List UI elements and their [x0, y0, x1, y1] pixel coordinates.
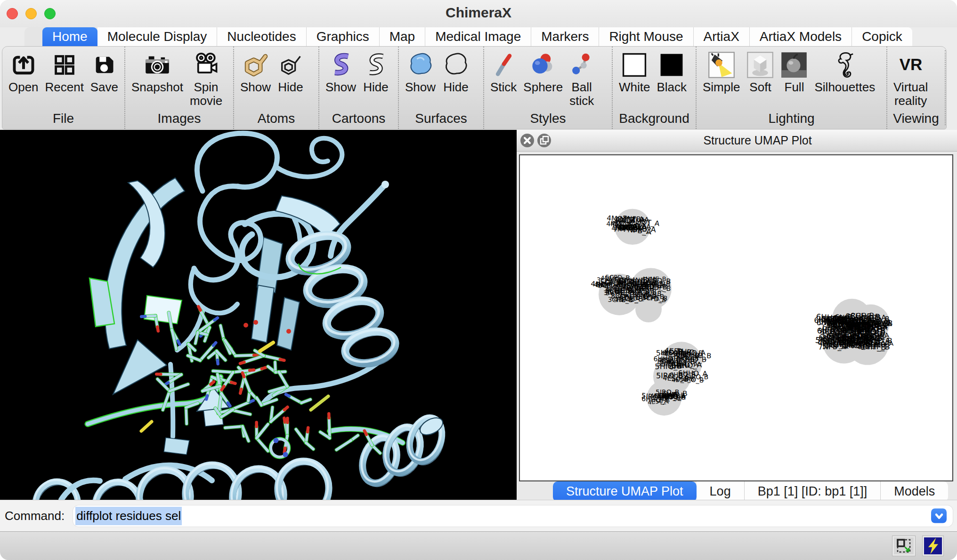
- toolbar-button-spin-movie[interactable]: Spin movie: [187, 49, 226, 108]
- snapshot-icon: [144, 50, 170, 80]
- toolbar-button-show[interactable]: Show: [237, 49, 274, 95]
- toolbar-button-hide[interactable]: Hide: [359, 49, 392, 95]
- toolbar-button-label: Save: [90, 80, 118, 94]
- toolbar-group-label: Cartoons: [322, 111, 395, 127]
- umap-plot-area: 7NFB_A4MQT_A4MQZ_A7NFB_A4MQT_A4MQZ_A7NFB…: [517, 152, 957, 481]
- cluster-b[interactable]: 8CHF_B3CHE_B5CPD_B4NME_B4ND3_B8CHF_B3CHE…: [590, 268, 672, 322]
- simple-light-icon: [708, 50, 735, 80]
- float-icon: [537, 134, 551, 147]
- panel-tab-bp1-1-id-bp1-1[interactable]: Bp1 [1] [ID: bp1 [1]]: [745, 481, 881, 502]
- toolbar-button-label: Full: [785, 80, 804, 94]
- toolbar-button-silhouettes[interactable]: Silhouettes: [811, 49, 878, 95]
- cluster-right[interactable]: 7NFB_A8CHF_B5CPD_B6HHO_A4MQT_A5IRO_B7NFB…: [814, 299, 894, 365]
- sphere-icon: [529, 50, 557, 80]
- toolbar-group-label: Images: [128, 111, 230, 127]
- tab-right-mouse[interactable]: Right Mouse: [599, 27, 693, 46]
- tab-molecule-display[interactable]: Molecule Display: [97, 27, 218, 46]
- ribbon-tab-bar: HomeMolecule DisplayNucleotidesGraphicsM…: [0, 27, 957, 46]
- toolbar-button-recent[interactable]: Recent: [42, 49, 87, 95]
- tab-nucleotides[interactable]: Nucleotides: [217, 27, 306, 46]
- toolbar-group-styles: StickSphereBall stickStyles: [483, 47, 612, 129]
- tab-home[interactable]: Home: [42, 27, 97, 46]
- close-icon: [520, 134, 534, 147]
- cluster-c[interactable]: 6HHO_A5HIO_B4E50_B5IRO_B6HHO_A5HIO_B4E50…: [641, 342, 712, 416]
- toolbar-group-label: Lighting: [699, 111, 884, 127]
- toolbar-group-file: OpenRecentSaveFile: [2, 47, 124, 129]
- toolbar-button-label: Recent: [45, 80, 83, 94]
- tab-markers[interactable]: Markers: [531, 27, 599, 46]
- toolbar-group-cartoons: ShowHideCartoons: [318, 47, 398, 129]
- toolbar-button-label: Sphere: [523, 80, 563, 94]
- svg-text:5IRO_B: 5IRO_B: [656, 388, 679, 396]
- toolbar-button-label: White: [619, 80, 650, 94]
- cluster-a[interactable]: 7NFB_A4MQT_A4MQZ_A7NFB_A4MQT_A4MQZ_A7NFB…: [606, 209, 660, 245]
- toolbar-group-viewing: VRVirtual realityViewing: [886, 47, 945, 129]
- tab-map[interactable]: Map: [380, 27, 425, 46]
- toolbar-ribbon: OpenRecentSaveFileSnapshotSpin movieImag…: [0, 46, 957, 130]
- status-bar: [0, 531, 957, 560]
- toolbar-button-black[interactable]: Black: [653, 49, 690, 95]
- panel-tab-structure-umap-plot[interactable]: Structure UMAP Plot: [553, 481, 697, 502]
- panel-tab-log[interactable]: Log: [697, 481, 745, 502]
- toolbar-button-hide[interactable]: Hide: [274, 49, 307, 95]
- toolbar-button-virtual-reality[interactable]: VRVirtual reality: [890, 49, 931, 108]
- toolbar-button-hide[interactable]: Hide: [439, 49, 473, 95]
- toolbar-button-show[interactable]: Show: [322, 49, 359, 95]
- umap-panel-header: Structure UMAP Plot: [517, 130, 957, 152]
- command-text: diffplot residues sel: [75, 507, 182, 525]
- recent-icon: [52, 50, 77, 80]
- toolbar-button-white[interactable]: White: [616, 49, 653, 95]
- toolbar-button-sphere[interactable]: Sphere: [520, 49, 566, 95]
- toolbar-group-label: Background: [616, 111, 693, 127]
- tab-artiax-models[interactable]: ArtiaX Models: [750, 27, 852, 46]
- toolbar-group-label: Surfaces: [402, 111, 480, 127]
- open-icon: [11, 50, 36, 80]
- svg-text:7NFB_A: 7NFB_A: [618, 223, 647, 232]
- black-bg-icon: [658, 50, 685, 80]
- panel-tab-models[interactable]: Models: [881, 481, 948, 502]
- toolbar-group-label: Styles: [487, 111, 609, 127]
- toolbar-button-label: Show: [405, 80, 436, 94]
- select-zone-button[interactable]: [892, 536, 916, 556]
- toolbar-button-label: Spin movie: [190, 80, 222, 107]
- svg-text:5IRO_B: 5IRO_B: [656, 371, 683, 381]
- toolbar-button-label: Snapshot: [131, 80, 183, 94]
- toolbar-group-lighting: SimpleSoftFullSilhouettesLighting: [696, 47, 886, 129]
- tab-copick[interactable]: Copick: [852, 27, 912, 46]
- lightning-icon: [923, 536, 943, 556]
- toolbar-group-label: Viewing: [890, 111, 942, 127]
- toolbar-button-label: Soft: [749, 80, 771, 94]
- atoms-show-icon: [243, 50, 269, 80]
- toolbar-button-full[interactable]: Full: [777, 49, 811, 95]
- command-history-button[interactable]: [931, 509, 947, 523]
- panel-float-button[interactable]: [537, 134, 551, 147]
- toolbar-button-label: Silhouettes: [814, 80, 875, 94]
- toolbar-button-label: Stick: [490, 80, 517, 94]
- toolbar-button-open[interactable]: Open: [5, 49, 42, 95]
- surfaces-hide-icon: [442, 50, 470, 80]
- fast-rendering-button[interactable]: [922, 536, 944, 556]
- toolbar-button-label: Virtual reality: [893, 80, 928, 107]
- toolbar-button-show[interactable]: Show: [402, 49, 439, 95]
- umap-plot[interactable]: 7NFB_A4MQT_A4MQZ_A7NFB_A4MQT_A4MQZ_A7NFB…: [519, 154, 953, 481]
- toolbar-button-save[interactable]: Save: [87, 49, 122, 95]
- toolbar-button-snapshot[interactable]: Snapshot: [128, 49, 187, 95]
- toolbar-button-simple[interactable]: Simple: [699, 49, 743, 95]
- toolbar-button-label: Simple: [703, 80, 740, 94]
- toolbar-button-stick[interactable]: Stick: [487, 49, 520, 95]
- soft-light-icon: [746, 50, 774, 80]
- panel-title: Structure UMAP Plot: [558, 134, 957, 147]
- tab-graphics[interactable]: Graphics: [307, 27, 380, 46]
- svg-text:6HHO_A: 6HHO_A: [670, 354, 695, 361]
- panel-close-button[interactable]: [520, 134, 534, 147]
- command-input[interactable]: diffplot residues sel: [73, 505, 953, 527]
- ball-stick-icon: [569, 50, 594, 80]
- toolbar-button-ball-stick[interactable]: Ball stick: [566, 49, 597, 108]
- spin-movie-icon: [193, 50, 219, 80]
- tab-medical-image[interactable]: Medical Image: [425, 27, 531, 46]
- molecule-3d-view[interactable]: [0, 130, 517, 500]
- toolbar-button-soft[interactable]: Soft: [743, 49, 777, 95]
- panel-bottom-tabs: Structure UMAP PlotLogBp1 [1] [ID: bp1 […: [517, 481, 957, 502]
- tab-artiax[interactable]: ArtiaX: [694, 27, 750, 46]
- toolbar-group-images: SnapshotSpin movieImages: [124, 47, 233, 129]
